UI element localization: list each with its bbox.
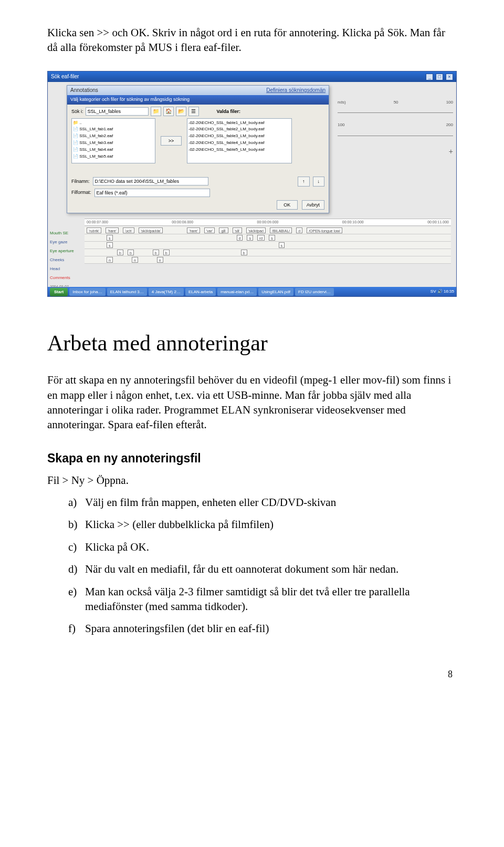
ok-button[interactable]: OK (277, 200, 298, 210)
annotation-segment[interactable]: s (107, 242, 113, 248)
timestamp-corner: 2004-03-07 (50, 283, 81, 291)
timecode: 00:00:07.000 (87, 220, 108, 225)
annotation-segment[interactable]: b (153, 250, 159, 255)
tier-row[interactable]: s d s rd s (85, 234, 451, 242)
filnamn-label: Filnamn: (71, 178, 90, 184)
annotation-segment[interactable]: 'sköldpad (246, 228, 266, 233)
tier-row[interactable]: n n n (85, 256, 451, 264)
list-item[interactable]: SSL_LM_fab4.eaf (73, 147, 154, 153)
taskbar-item[interactable]: FD I2U undervi… (295, 288, 334, 296)
annotation-segment[interactable]: s (247, 235, 253, 241)
windows-taskbar[interactable]: Start Inbox for joha… ELAN lathund 3… 4 … (48, 287, 456, 297)
list-item[interactable]: -02-20\ECHO_SSL_fable4_LM_body.eaf (188, 140, 290, 147)
timecode: 00:00:10.000 (342, 220, 364, 225)
plus-icon[interactable]: + (338, 147, 453, 157)
tier-label[interactable]: Head (50, 265, 81, 273)
close-icon[interactable]: × (446, 74, 453, 80)
annotation-segment[interactable]: n (132, 257, 138, 263)
up-folder-icon[interactable]: 📁 (151, 107, 161, 116)
home-icon[interactable]: 🏠 (163, 107, 174, 116)
taskbar-item[interactable]: ELAN-arbeta (185, 288, 216, 296)
heading-1: Arbeta med annoteringar (47, 328, 457, 358)
ruler-tick: 200 (446, 122, 453, 128)
annotation-segment[interactable]: rd (257, 235, 265, 241)
annotation-segment[interactable]: 'sköldpadda' (139, 228, 163, 233)
annotation-segment[interactable]: s (107, 235, 113, 241)
annotation-segment[interactable]: b (163, 250, 170, 255)
valda-filer-label: Valda filer: (217, 108, 241, 115)
annotation-segment[interactable]: 'var' (204, 228, 215, 233)
list-item[interactable]: -02-20\ECHO_SSL_fable3_LM_body.eaf (188, 133, 290, 140)
annotation-segment[interactable]: b (128, 250, 134, 255)
taskbar-item[interactable]: 4 Java(TM) 2… (149, 288, 184, 296)
list-view-icon[interactable]: ☰ (188, 107, 199, 116)
list-item[interactable]: SSL_LM_fab5.eaf (73, 153, 154, 160)
annotation-segment[interactable]: 'och' (123, 228, 134, 233)
dialog-title: Annotations Definiera sökningsdomän (67, 86, 329, 95)
list-item[interactable]: -02-20\ECHO_SSL_fable1_LM_body.eaf (188, 120, 290, 127)
source-file-list[interactable]: .. SSL_LM_fab1.eaf SSL_LM_fab2.eaf SSL_L… (71, 118, 155, 163)
list-item[interactable]: SSL_LM_fab2.eaf (73, 133, 154, 140)
avbryt-button[interactable]: Avbryt (302, 200, 324, 210)
taskbar-item[interactable]: ELAN lathund 3… (107, 288, 147, 296)
move-right-button[interactable]: >> (161, 136, 182, 146)
timecode: 00:00:11.000 (427, 220, 449, 225)
annotation-segment[interactable]: gå' (219, 228, 228, 233)
annotation-segment[interactable]: b (241, 250, 247, 255)
ruler-tick: 50 (394, 100, 398, 106)
window-controls[interactable]: _ □ × (425, 73, 453, 80)
annotation-segment[interactable]: b (117, 250, 123, 255)
ruler-tick: nds) (338, 100, 346, 106)
list-item[interactable]: SSL_LM_fab3.eaf (73, 140, 154, 147)
minimize-icon[interactable]: _ (426, 74, 433, 80)
list-item[interactable]: -02-20\ECHO_SSL_fable2_LM_body.eaf (188, 126, 290, 133)
tier-row[interactable]: s s (85, 242, 451, 249)
tier-label[interactable]: Eye gaze (50, 238, 81, 246)
list-item[interactable]: SSL_LM_fab1.eaf (73, 126, 154, 133)
system-tray[interactable]: SV 🔊 16:35 (430, 289, 454, 295)
down-button[interactable]: ↓ (313, 177, 325, 186)
tier-label[interactable]: Mouth SE (50, 229, 81, 237)
annotation-segment[interactable]: d (237, 235, 243, 241)
annotation-segment[interactable]: /OPEN-tongue low/ (307, 228, 342, 233)
annotation-segment[interactable]: s (279, 242, 285, 248)
timecode-ruler: 00:00:07.000 00:00:08.000 00:00:09.000 0… (85, 219, 451, 226)
tier-labels: Mouth SE Eye gaze Eye aperture Cheeks He… (50, 229, 81, 292)
tier-label[interactable]: Cheeks (50, 256, 81, 264)
list-item: e)Man kan också välja 2-3 filmer samtidi… (68, 584, 457, 614)
new-folder-icon[interactable]: 📂 (176, 107, 186, 116)
list-item-text: När du valt en mediafil, får du ett oann… (85, 563, 398, 575)
annotation-segment[interactable]: /BILABIAL/ (270, 228, 292, 233)
list-item: a)Välj en film från mappen, enheten elle… (68, 495, 457, 510)
annotation-segment[interactable]: 'rubrik' (87, 228, 101, 233)
heading-2: Skapa en ny annoteringsfil (47, 450, 457, 467)
filnamn-input[interactable] (93, 177, 208, 185)
taskbar-item[interactable]: UsingELAN.pdf (258, 288, 293, 296)
annotation-segment[interactable]: n (107, 257, 113, 263)
taskbar-item[interactable]: manual-elan.pd… (217, 288, 257, 296)
elan-title: Sök eaf-filer (51, 73, 79, 80)
sok-dropdown[interactable] (86, 107, 149, 116)
annotation-tiers: 'rubrik' 'hare' 'och' 'sköldpadda' 'hare… (85, 227, 451, 264)
list-item-text: Klicka på OK. (85, 541, 149, 553)
define-domain-link[interactable]: Definiera sökningsdomän (266, 87, 326, 94)
annotation-segment[interactable]: s (269, 235, 275, 241)
selected-file-list[interactable]: -02-20\ECHO_SSL_fable1_LM_body.eaf -02-2… (187, 118, 292, 163)
tier-label[interactable]: Eye aperture (50, 247, 81, 255)
annotation-segment[interactable]: 'så' (233, 228, 242, 233)
annotation-segment[interactable]: n (157, 257, 163, 263)
tier-row[interactable]: 'rubrik' 'hare' 'och' 'sköldpadda' 'hare… (85, 227, 451, 234)
list-item[interactable]: -02-20\ECHO_SSL_fable5_LM_body.eaf (188, 147, 290, 153)
maximize-icon[interactable]: □ (436, 74, 443, 80)
tier-label[interactable]: Comments (50, 274, 81, 282)
tier-row[interactable]: b b b b b (85, 249, 451, 256)
annotation-segment[interactable]: 'hare' (106, 228, 119, 233)
up-button[interactable]: ↑ (298, 177, 310, 186)
list-item-text: Välj en film från mappen, enheten eller … (85, 496, 336, 509)
annotation-segment[interactable]: 'hare' (187, 228, 200, 233)
list-item[interactable]: .. (73, 120, 154, 127)
list-item: c)Klicka på OK. (68, 540, 457, 554)
ruler-tick: 100 (338, 122, 344, 128)
filformat-dropdown[interactable] (94, 189, 210, 197)
annotation-segment[interactable]: d (296, 228, 302, 233)
